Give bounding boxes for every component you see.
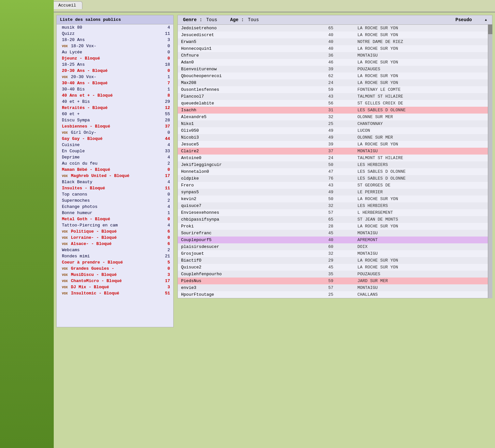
table-row[interactable]: kevin250LA ROCHE SUR YON <box>178 196 492 202</box>
table-row[interactable]: Grosjouet32MONTAIGU <box>178 250 492 257</box>
salon-row[interactable]: Bonne humeur1 <box>57 210 173 216</box>
salon-name: Discu Sympa <box>62 118 160 123</box>
salon-row[interactable]: Djeunz - Bloqué0 <box>57 55 173 61</box>
salon-row[interactable]: 60 et +55 <box>57 111 173 117</box>
table-row[interactable]: HpourFtoutage25CHALLANS <box>178 291 492 298</box>
genre-filter[interactable]: Genre : Tous <box>183 17 217 22</box>
salon-row[interactable]: VOX Insultomic - Bloqué51 <box>57 290 173 296</box>
user-location: FONTENAY LE COMTE <box>354 86 492 93</box>
table-row[interactable]: Jekifleggingcuir50LES HERBIERS <box>178 161 492 168</box>
table-row[interactable]: Frero43ST GEORGES DE <box>178 182 492 189</box>
user-location: LA ROCHE SUR YON <box>354 32 492 38</box>
table-row[interactable]: plaisirsdesucer60DOIX <box>178 243 492 250</box>
salon-row[interactable]: Discu Sympa28 <box>57 117 173 123</box>
salon-row[interactable]: VOX Politique - Bloqué6 <box>57 228 173 235</box>
table-row[interactable]: Isachh31LES SABLES D OLONNE <box>178 107 492 114</box>
salon-row[interactable]: VOX MusiDiscu - Bloqué3 <box>57 272 173 278</box>
tab-accueil[interactable]: Accueil <box>52 1 82 9</box>
salon-row[interactable]: VOX ChantoMicro - Bloqué17 <box>57 278 173 284</box>
salon-row[interactable]: 40 Ans et + - Bloqué8 <box>57 92 173 99</box>
salon-row[interactable]: Echange photos4 <box>57 204 173 210</box>
salon-row[interactable]: 30-40 Ans - Bloqué7 <box>57 80 173 86</box>
user-age: 50 <box>325 161 354 168</box>
table-row[interactable]: Jesucediscret40LA ROCHE SUR YON <box>178 32 492 38</box>
table-row[interactable]: Nicobi349OLONNE SUR MER <box>178 134 492 141</box>
table-row[interactable]: queuedelabite56ST GILLES CROIX DE <box>178 100 492 107</box>
salon-row[interactable]: 20-30 Ans - Bloqué0 <box>57 68 173 74</box>
salon-row[interactable]: Quizz11 <box>57 31 173 37</box>
salon-row[interactable]: Deprime4 <box>57 154 173 160</box>
salon-row[interactable]: 18-20 Ans3 <box>57 37 173 43</box>
salon-row[interactable]: Au Lycée0 <box>57 49 173 55</box>
table-row[interactable]: Adan046LA ROCHE SUR YON <box>178 59 492 66</box>
salon-row[interactable]: Insultes - Bloqué11 <box>57 185 173 191</box>
table-row[interactable]: Enviesexehonnes57L HERBERGEMENT <box>178 209 492 216</box>
table-row[interactable]: Chfnure36MONTAIGU <box>178 52 492 59</box>
scrollbar-up-icon[interactable]: ▲ <box>485 18 487 22</box>
salon-name: Au coin du feu <box>62 161 160 166</box>
table-row[interactable]: Niko125CHANTONNAY <box>178 120 492 127</box>
table-row[interactable]: Qboucheopenrecoi62LA ROCHE SUR YON <box>178 73 492 79</box>
table-row[interactable]: Bienvoiturenow39POUZAUGES <box>178 66 492 73</box>
salon-row[interactable]: Rondes mimi21 <box>57 253 173 259</box>
salon-row[interactable]: 30-40 Bis1 <box>57 86 173 92</box>
salon-row[interactable]: VOX Girl Only-0 <box>57 129 173 136</box>
table-row[interactable]: Quisuce245LA ROCHE SUR YON <box>178 264 492 271</box>
table-row[interactable]: Alexandre532OLONNE SUR MER <box>178 114 492 120</box>
salon-row[interactable]: Tattoo-Piercing en cam4 <box>57 222 173 228</box>
salon-row[interactable]: VOX DJ Mix - Bloqué3 <box>57 284 173 290</box>
salon-row[interactable]: VOX Grandes Gueules -0 <box>57 265 173 272</box>
salon-row[interactable]: Gay Gay - Bloqué44 <box>57 136 173 142</box>
pseudo-filter[interactable]: Pseudo <box>456 17 472 22</box>
salon-row[interactable]: VOX Alsace- - Bloqué6 <box>57 241 173 247</box>
salon-row[interactable]: Cuisine4 <box>57 142 173 148</box>
table-row[interactable]: Oliv05049LUCON <box>178 127 492 134</box>
table-row[interactable]: Claire237MONTAIGU <box>178 148 492 155</box>
user-name: Jesuce5 <box>178 141 325 148</box>
table-row[interactable]: Erwan540NOTRE DAME DE RIEZ <box>178 38 492 45</box>
table-row[interactable]: Honnetalon047LES SABLES D OLONNE <box>178 168 492 175</box>
table-row[interactable]: oldpike76LES SABLES D OLONNE <box>178 175 492 182</box>
salon-row[interactable]: VOX 20-30 Vox-1 <box>57 74 173 80</box>
table-row[interactable]: quisuce732LES HERBIERS <box>178 202 492 209</box>
table-row[interactable]: Jedoisetrehono65LA ROCHE SUR YON <box>178 25 492 32</box>
salon-row[interactable]: 40 et + Bis29 <box>57 99 173 105</box>
salon-row[interactable]: 18-25 Ans18 <box>57 61 173 68</box>
table-row[interactable]: synpas549LE PERRIER <box>178 189 492 196</box>
scrollbar-thumb[interactable] <box>488 24 492 34</box>
table-row[interactable]: Max20824LA ROCHE SUR YON <box>178 79 492 86</box>
salon-count: 33 <box>160 149 170 154</box>
age-filter[interactable]: Age : Tous <box>230 17 259 22</box>
salon-row[interactable]: En Couple33 <box>57 148 173 154</box>
salon-row[interactable]: Black Beauty4 <box>57 179 173 185</box>
table-row[interactable]: Ousontlesfennes59FONTENAY LE COMTE <box>178 86 492 93</box>
salon-row[interactable]: Supermoches2 <box>57 197 173 204</box>
table-row[interactable]: Antoine024TALMONT ST HILAIRE <box>178 155 492 161</box>
salon-row[interactable]: VOX Maghreb United - Bloqué17 <box>57 173 173 179</box>
table-row[interactable]: Sourirefranc45MONTAIGU <box>178 230 492 237</box>
table-row[interactable]: BiactifO29LA ROCHE SUR YON <box>178 257 492 264</box>
table-row[interactable]: envie357MONTAIGU <box>178 284 492 291</box>
table-row[interactable]: Jesuce539LA ROCHE SUR YON <box>178 141 492 148</box>
user-scrollbar[interactable] <box>488 24 492 298</box>
table-row[interactable]: Proki28LA ROCHE SUR YON <box>178 223 492 230</box>
salon-row[interactable]: Top canons0 <box>57 191 173 197</box>
salon-row[interactable]: Metal Goth - Bloqué0 <box>57 216 173 222</box>
salon-row[interactable]: Coeur à prendre - Bloqué5 <box>57 259 173 265</box>
salon-row[interactable]: Webcams2 <box>57 247 173 253</box>
table-row[interactable]: Honnecoquin140LA ROCHE SUR YON <box>178 45 492 52</box>
salon-row[interactable]: musik 804 <box>57 24 173 31</box>
salon-row[interactable]: Au coin du feu2 <box>57 160 173 167</box>
table-row[interactable]: Couplehfenpourho35POUZAUGES <box>178 271 492 278</box>
table-row[interactable]: Couplepourf540APREMONT <box>178 237 492 243</box>
salon-row[interactable]: Lesbiennes - Bloqué37 <box>57 123 173 129</box>
salon-row[interactable]: VOX 18-20 Vox-0 <box>57 43 173 49</box>
salon-scroll[interactable]: musik 804Quizz1118-20 Ans3VOX 18-20 Vox-… <box>57 24 173 327</box>
table-row[interactable]: chbipassifsynpa65ST JEAN DE MONTS <box>178 216 492 223</box>
table-row[interactable]: PiedsNus59JARD SUR MER <box>178 278 492 284</box>
salon-row[interactable]: Maman Bébé - Bloqué0 <box>57 167 173 173</box>
salon-row[interactable]: Retraités - Bloqué12 <box>57 105 173 111</box>
salon-row[interactable]: VOX Lorraine- - Bloqué0 <box>57 235 173 241</box>
table-row[interactable]: Plancool743TALMONT ST HILAIRE <box>178 93 492 100</box>
user-age: 65 <box>325 25 354 32</box>
